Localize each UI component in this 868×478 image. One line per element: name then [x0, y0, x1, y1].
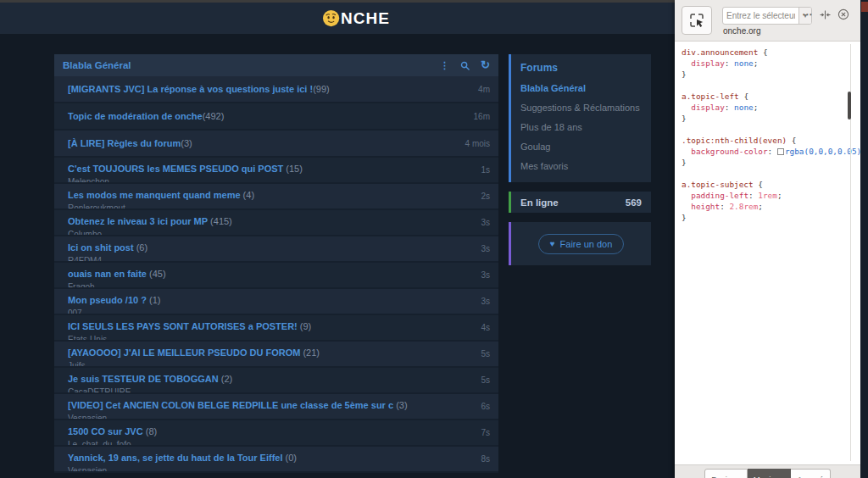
element-picker-icon	[688, 12, 705, 29]
topic-time: 3s	[449, 236, 498, 261]
edge-red-block	[861, 2, 868, 12]
topic-reply-count: (3)	[393, 400, 408, 410]
sidebar-forum-link[interactable]: Suggestions & Réclamations	[520, 103, 642, 113]
topic-reply-count: (1)	[147, 295, 161, 305]
online-label: En ligne	[520, 197, 559, 208]
onche-smiley-icon	[322, 9, 340, 27]
editor-footer: BasiqueMagiqueAvancé	[675, 464, 860, 478]
online-count: 569	[626, 197, 642, 208]
sidebar-forum-link[interactable]: Goulag	[520, 142, 642, 152]
topic-title-link[interactable]: Yannick, 19 ans, se jette du haut de la …	[68, 453, 282, 463]
forums-panel: Forums Blabla GénéralSuggestions & Récla…	[509, 54, 651, 182]
topic-reply-count: (4)	[241, 190, 255, 200]
topic-time: 2s	[449, 184, 498, 208]
topic-author: Fragoh	[68, 282, 449, 287]
topic-author: Melenchon	[68, 177, 449, 182]
topic-row: 1500 CO sur JVC (8) Le_chat_du_fofo 7s	[54, 420, 498, 447]
topic-time: 3s	[449, 210, 498, 235]
topic-reply-count: (6)	[134, 242, 148, 253]
topic-author: Columbo	[68, 230, 449, 235]
site-domain-label: onche.org	[723, 26, 760, 36]
selector-input[interactable]	[723, 8, 798, 24]
topic-author: Etats-Unis	[68, 335, 449, 340]
topic-author: 007	[68, 308, 449, 314]
topic-time: 16m	[449, 103, 498, 129]
topic-time: 4m	[449, 76, 498, 102]
topic-title-link[interactable]: [MIGRANTS JVC] La réponse à vos question…	[68, 84, 313, 94]
selector-combobox: ▾	[722, 7, 812, 25]
topic-row: Topic de modération de onche (492) 16m	[54, 103, 498, 131]
editor-scrollbar-thumb[interactable]	[848, 92, 851, 119]
topic-title-link[interactable]: [AYAOOOO] J'AI LE MEILLEUR PSEUDO DU FOR…	[68, 347, 300, 358]
color-swatch[interactable]	[777, 148, 784, 155]
topic-time: 5s	[449, 342, 498, 366]
board-title: Blabla Général	[63, 60, 131, 70]
site-logo[interactable]: NCHE	[322, 9, 390, 28]
dock-position-icon[interactable]	[820, 9, 831, 20]
topic-time: 4 mois	[449, 131, 498, 156]
topic-reply-count: (415)	[208, 216, 232, 226]
sidebar: Forums Blabla GénéralSuggestions & Récla…	[509, 54, 651, 473]
topic-time: 3s	[449, 289, 498, 314]
topic-time: 7s	[449, 420, 498, 445]
topic-time: 5s	[449, 368, 498, 392]
topic-row: Je suis TESTEUR DE TOBOGGAN (2) CacaDETR…	[54, 368, 498, 394]
donate-label: Faire un don	[560, 239, 613, 249]
site-header: NCHE	[0, 3, 675, 34]
page-content: Blabla Général ⋮ ↻ [MIGRANTS JVC] La rép…	[54, 54, 651, 473]
topic-title-link[interactable]: ouais nan en faite	[68, 269, 147, 279]
forums-list: Blabla GénéralSuggestions & Réclamations…	[520, 84, 642, 171]
topic-time: 4s	[449, 315, 498, 340]
element-picker-button[interactable]	[682, 6, 712, 35]
topic-author: Vespasien	[68, 414, 449, 419]
sidebar-forum-link[interactable]: Mes favoris	[520, 162, 642, 171]
topic-row: ICI SEULS LES PAYS SONT AUTORISES a POST…	[54, 315, 498, 342]
forum-page: NCHE Blabla Général ⋮ ↻	[0, 0, 675, 478]
topic-row: Yannick, 19 ans, se jette du haut de la …	[54, 447, 498, 473]
editor-mode-tab[interactable]: Magique	[748, 469, 791, 478]
topic-row: [À LIRE] Règles du forum (3) 4 mois	[54, 131, 498, 158]
topic-row: Ici on shit post (6) R4FDM4 3s	[54, 236, 498, 263]
topic-author: R4FDM4	[68, 256, 449, 261]
topic-list: [MIGRANTS JVC] La réponse à vos question…	[54, 76, 498, 473]
topic-reply-count: (2)	[219, 374, 233, 384]
sidebar-forum-link[interactable]: Plus de 18 ans	[520, 123, 642, 132]
topic-reply-count: (21)	[300, 347, 320, 358]
topic-title-link[interactable]: C'est TOUJOURS les MEMES PSEUDO qui POST	[68, 164, 283, 174]
topic-title-link[interactable]: Ici on shit post	[68, 242, 134, 253]
topic-reply-count: (9)	[298, 321, 312, 331]
kebab-menu-icon[interactable]: ⋮	[440, 60, 449, 71]
css-editor-panel: ▾ onche.org ⋯ div.announcement { display…	[675, 0, 860, 478]
topic-title-link[interactable]: Je suis TESTEUR DE TOBOGGAN	[68, 374, 219, 384]
topic-row: Les modos me manquent quand meme (4) Ron…	[54, 184, 498, 210]
topic-author: Ronleroukmout	[68, 203, 449, 208]
donate-button[interactable]: ♥ Faire un don	[538, 234, 625, 254]
topic-reply-count: (3)	[181, 138, 192, 148]
sidebar-forum-link[interactable]: Blabla Général	[520, 84, 642, 93]
topic-title-link[interactable]: 1500 CO sur JVC	[68, 426, 143, 436]
online-panel: En ligne 569	[509, 192, 651, 213]
logo-text: NCHE	[341, 9, 390, 28]
topic-title-link[interactable]: ICI SEULS LES PAYS SONT AUTORISES a POST…	[68, 321, 298, 331]
topic-author: Juifs	[68, 361, 449, 366]
topic-title-link[interactable]: Obtenez le niveau 3 ici pour MP	[68, 216, 208, 226]
topic-title-link[interactable]: Les modos me manquent quand meme	[68, 190, 241, 200]
refresh-icon[interactable]: ↻	[481, 61, 490, 69]
topic-title-link[interactable]: [À LIRE] Règles du forum	[68, 138, 181, 148]
topic-title-link[interactable]: Topic de modération de onche	[68, 111, 203, 121]
topic-time: 1s	[449, 158, 498, 182]
options-menu-icon[interactable]: ⋯	[802, 10, 813, 19]
donate-panel: ♥ Faire un don	[509, 222, 651, 265]
topic-time: 6s	[449, 394, 498, 419]
topic-reply-count: (99)	[313, 84, 330, 94]
css-code-editor[interactable]: div.announcement { display: none;} a.top…	[675, 42, 860, 464]
topic-time: 8s	[449, 447, 498, 471]
close-icon[interactable]	[837, 8, 849, 20]
search-icon[interactable]	[460, 61, 470, 70]
topic-row: Mon pseudo /10 ? (1) 007 3s	[54, 289, 498, 315]
topic-title-link[interactable]: [VIDEO] Cet ANCIEN COLON BELGE REDPILLE …	[68, 400, 393, 410]
editor-mode-tab[interactable]: Avancé	[791, 469, 831, 478]
editor-mode-tab[interactable]: Basique	[704, 469, 747, 478]
topic-title-link[interactable]: Mon pseudo /10 ?	[68, 295, 147, 305]
editor-header: ▾ onche.org ⋯	[675, 0, 860, 42]
